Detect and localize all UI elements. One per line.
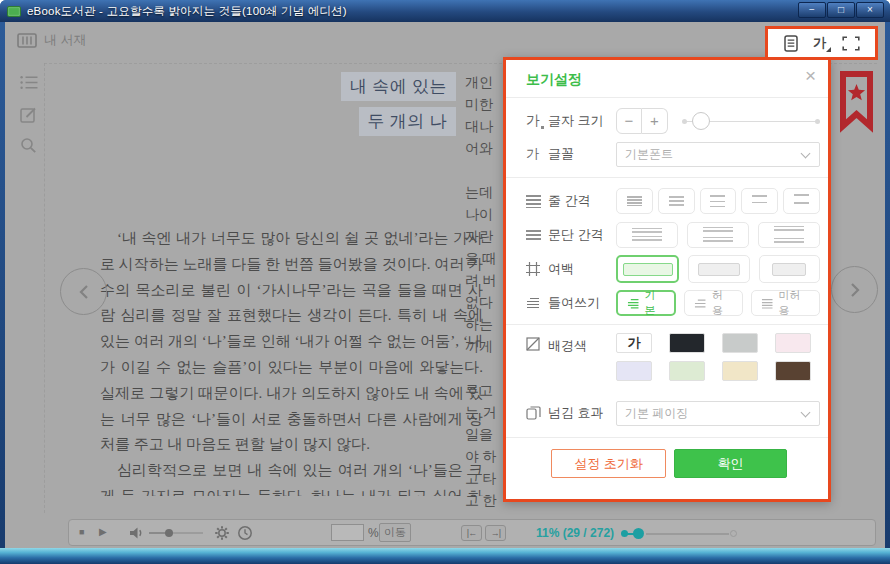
bookmark-ribbon-icon[interactable] — [838, 70, 875, 134]
contents-document-icon[interactable] — [784, 35, 798, 52]
next-page-button[interactable] — [831, 266, 878, 313]
line-spacing-option-4[interactable] — [741, 188, 778, 214]
paragraph-spacing-option-3[interactable] — [758, 222, 820, 248]
percent-sign: % — [368, 526, 379, 540]
chevron-down-icon — [801, 148, 811, 158]
font-size-increase-button[interactable]: + — [642, 108, 668, 134]
chevron-down-icon — [801, 407, 811, 417]
indent-option-disallow[interactable]: 미허용 — [751, 290, 820, 316]
goto-button[interactable]: 이동 — [379, 523, 411, 542]
right-page-line — [465, 160, 504, 182]
page-effect-label: 넘김 효과 — [548, 404, 616, 422]
divider — [506, 437, 828, 438]
body-paragraph: ‘내 속엔 내가 너무도 많아 당신의 쉴 곳 없네’라는 가사로 시작하는 노… — [100, 226, 483, 458]
line-spacing-option-3[interactable] — [700, 188, 737, 214]
reading-progress-text: 11% (29 / 272) — [536, 526, 614, 540]
line-spacing-option-2[interactable] — [658, 188, 695, 214]
search-icon[interactable] — [20, 137, 37, 154]
volume-icon[interactable] — [129, 526, 144, 540]
bg-swatch-pink[interactable] — [775, 333, 811, 353]
tts-settings-gear-icon[interactable] — [214, 525, 230, 541]
body-paragraph: 심리학적으로 보면 내 속에 있는 여러 개의 ‘나’들은 크게 두 가지로 모… — [100, 458, 483, 496]
maximize-button[interactable]: □ — [827, 2, 855, 18]
right-page-line: 미한 — [465, 94, 504, 116]
divider — [506, 177, 828, 178]
view-settings-font-icon[interactable]: 가 — [813, 34, 826, 52]
toc-icon[interactable] — [20, 75, 38, 90]
panel-title: 보기설정 — [526, 71, 582, 89]
font-family-dropdown[interactable]: 기본폰트 — [616, 142, 820, 167]
bg-swatch-black[interactable] — [669, 333, 705, 353]
right-page-line: 루고 — [465, 380, 504, 402]
progress-slider-handle[interactable] — [633, 528, 644, 539]
close-button[interactable]: × — [856, 2, 884, 18]
bg-swatch-green[interactable] — [669, 361, 705, 381]
panel-close-icon[interactable]: × — [805, 65, 816, 87]
line-spacing-option-5[interactable] — [783, 188, 820, 214]
right-page-line: 끼게 — [465, 336, 504, 358]
font-size-slider[interactable] — [682, 108, 820, 134]
page-left-divider — [44, 63, 45, 513]
background-color-label: 배경색 — [548, 337, 616, 355]
stop-button[interactable]: ■ — [79, 527, 84, 537]
line-spacing-option-1[interactable] — [616, 188, 653, 214]
right-page-line: 야 하 — [465, 446, 504, 468]
font-size-slider-handle[interactable] — [692, 112, 710, 130]
bg-swatch-white-selected[interactable]: 가 — [616, 333, 652, 353]
bg-swatch-gray[interactable] — [722, 333, 758, 353]
chapter-title: 내 속에 있는 두 개의 나 — [100, 72, 456, 142]
prev-page-button[interactable] — [60, 268, 107, 315]
fullscreen-icon[interactable] — [842, 36, 860, 51]
last-page-button[interactable]: →| — [485, 525, 506, 541]
play-button[interactable]: ▶ — [99, 526, 107, 537]
app-window: eBook도서관 - 고요할수록 밝아지는 것들(100쇄 기념 에디션) − … — [0, 0, 890, 564]
right-page-line: 고 타 — [465, 468, 504, 490]
right-page-text: 개인 미한 대나 어와 는데 나이 자란 을 때 려 버 없다 하는 끼게 루고… — [465, 72, 504, 512]
margin-option-1-selected[interactable] — [616, 255, 679, 283]
paragraph-spacing-label: 문단 간격 — [548, 226, 616, 244]
confirm-button[interactable]: 확인 — [674, 449, 787, 478]
right-page-line: 나이 — [465, 204, 504, 226]
right-page-line: 하는 — [465, 314, 504, 336]
line-spacing-icon — [526, 195, 548, 208]
volume-slider-handle[interactable] — [165, 529, 173, 537]
bg-swatch-brown[interactable] — [775, 361, 811, 381]
margin-option-2[interactable] — [688, 255, 749, 283]
page-effect-dropdown[interactable]: 기본 페이징 — [616, 401, 820, 426]
reset-settings-button[interactable]: 설정 초기화 — [551, 449, 666, 478]
indent-label: 들여쓰기 — [548, 294, 616, 312]
right-page-line: 개인 — [465, 72, 504, 94]
note-edit-icon[interactable] — [20, 106, 37, 123]
font-size-decrease-button[interactable]: − — [616, 108, 642, 134]
page-percent-input[interactable] — [331, 524, 364, 541]
indent-option-allow[interactable]: 허용 — [684, 290, 742, 316]
indent-option-default-selected[interactable]: 기본 — [616, 290, 676, 316]
right-page-line — [465, 358, 504, 380]
right-page-line: 는 거 — [465, 402, 504, 424]
book-page-text: ‘내 속엔 내가 너무도 많아 당신의 쉴 곳 없네’라는 가사로 시작하는 노… — [100, 226, 483, 496]
paragraph-spacing-option-2[interactable] — [687, 222, 749, 248]
bg-swatch-beige[interactable] — [722, 361, 758, 381]
window-title: eBook도서관 - 고요할수록 밝아지는 것들(100쇄 기념 에디션) — [27, 4, 347, 19]
progress-end-ring — [730, 530, 737, 537]
font-family-label: 글꼴 — [548, 145, 616, 163]
right-page-line: 려 버 — [465, 270, 504, 292]
divider — [506, 324, 828, 325]
margin-option-3[interactable] — [759, 255, 820, 283]
indent-default-icon — [627, 298, 639, 309]
page-effect-value: 기본 페이징 — [625, 406, 688, 420]
line-spacing-label: 줄 간격 — [548, 192, 616, 210]
paragraph-spacing-option-1[interactable] — [616, 222, 678, 248]
app-icon — [7, 6, 21, 17]
timer-clock-icon[interactable] — [237, 525, 253, 541]
divider — [506, 97, 828, 98]
bg-swatch-lavender[interactable] — [616, 361, 652, 381]
playback-toolbar: ■ ▶ % 이동 |← →| 11% (29 / 272) — [68, 519, 876, 546]
font-size-icon: 가 — [526, 112, 548, 130]
my-library-button[interactable]: 내 서재 — [17, 31, 87, 49]
chapter-title-line2: 두 개의 나 — [359, 107, 457, 136]
chapter-title-line1: 내 속에 있는 — [341, 72, 456, 101]
progress-slider[interactable] — [621, 520, 737, 547]
minimize-button[interactable]: − — [798, 2, 826, 18]
first-page-button[interactable]: |← — [461, 525, 482, 541]
